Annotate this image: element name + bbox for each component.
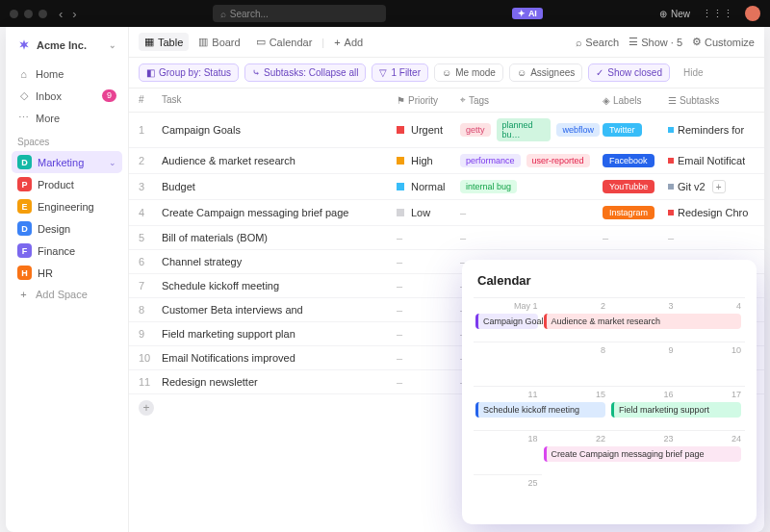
tag-pill[interactable]: planned bu…: [497, 118, 552, 141]
priority-cell[interactable]: –: [397, 256, 460, 267]
table-row[interactable]: 5 Bill of materials (BOM) – – – –: [129, 226, 764, 250]
nav-inbox[interactable]: ◇Inbox9: [12, 85, 122, 107]
task-name[interactable]: Campaign Goals: [162, 124, 397, 136]
nav-home[interactable]: ⌂Home: [12, 63, 122, 85]
priority-cell[interactable]: –: [397, 304, 460, 316]
view-tab-calendar[interactable]: ▭Calendar: [250, 33, 319, 51]
task-name[interactable]: Redesign newsletter: [162, 376, 397, 388]
filter-chip[interactable]: ▽1 Filter: [372, 63, 428, 82]
calendar-event[interactable]: Campaign Goals: [475, 314, 538, 329]
task-name[interactable]: Budget: [162, 181, 397, 192]
priority-cell[interactable]: –: [397, 328, 460, 340]
calendar-day[interactable]: 4: [678, 297, 746, 342]
calendar-day[interactable]: 8: [542, 342, 610, 386]
global-search[interactable]: ⌕ Search...: [213, 5, 386, 22]
space-item-marketing[interactable]: DMarketing⌄: [12, 151, 122, 173]
label-pill[interactable]: Facebook: [603, 154, 654, 167]
subtask-link[interactable]: Email Notificat: [668, 155, 745, 166]
subtask-link[interactable]: Reminders for: [668, 124, 744, 136]
col-number[interactable]: #: [139, 94, 162, 106]
nav-arrows[interactable]: ‹›: [59, 7, 77, 21]
ai-badge[interactable]: ✦AI: [512, 8, 543, 19]
task-name[interactable]: Schedule kickoff meeting: [162, 280, 397, 291]
calendar-day[interactable]: 25: [474, 474, 542, 519]
subtasks-chip[interactable]: ⤷Subtasks: Collapse all: [244, 63, 366, 82]
customize-button[interactable]: ⚙Customize: [692, 36, 755, 48]
me-mode-chip[interactable]: ☺Me mode: [434, 63, 503, 82]
task-name[interactable]: Field marketing support plan: [162, 328, 397, 340]
settings-icon: ⚙: [692, 36, 702, 48]
view-tab-table[interactable]: ▦Table: [139, 33, 189, 51]
assignees-chip[interactable]: ☺Assignees: [509, 63, 582, 82]
new-button[interactable]: ⊕New: [659, 9, 690, 19]
add-space-button[interactable]: +Add Space: [12, 284, 122, 305]
tag-pill[interactable]: webflow: [556, 123, 600, 137]
calendar-day[interactable]: 17: [678, 386, 746, 430]
calendar-day[interactable]: 3: [609, 297, 678, 342]
calendar-day[interactable]: 16: [609, 386, 678, 430]
space-item-engineering[interactable]: EEngineering: [12, 195, 122, 217]
add-subtask-button[interactable]: +: [712, 180, 726, 193]
space-item-product[interactable]: PProduct: [12, 173, 122, 195]
col-priority[interactable]: ⚑Priority: [397, 94, 460, 106]
priority-cell[interactable]: –: [397, 280, 460, 291]
calendar-day[interactable]: 22: [542, 430, 610, 474]
priority-cell[interactable]: –: [397, 232, 460, 243]
task-name[interactable]: Customer Beta interviews and: [162, 304, 397, 316]
task-name[interactable]: Email Notifications improved: [162, 352, 397, 364]
priority-cell[interactable]: Low: [397, 207, 460, 218]
task-name[interactable]: Audience & market research: [162, 155, 397, 166]
subtask-link[interactable]: Git v2+: [668, 180, 726, 193]
priority-cell[interactable]: –: [397, 352, 460, 364]
tag-pill[interactable]: performance: [460, 154, 521, 167]
table-row[interactable]: 3 Budget Normal internal bug YouTubbe Gi…: [129, 174, 764, 200]
workspace-switcher[interactable]: Acme Inc. ⌄: [12, 35, 122, 56]
calendar-day[interactable]: 9: [609, 342, 678, 386]
nav-more[interactable]: ⋯More: [12, 107, 122, 129]
show-button[interactable]: ☰Show · 5: [629, 36, 682, 48]
calendar-day[interactable]: [474, 342, 542, 386]
priority-cell[interactable]: –: [397, 376, 460, 388]
show-closed-chip[interactable]: ✓Show closed: [588, 63, 670, 82]
tag-pill[interactable]: getty: [460, 123, 491, 137]
task-name[interactable]: Channel strategy: [162, 256, 397, 267]
label-pill[interactable]: YouTubbe: [603, 180, 654, 193]
task-name[interactable]: Bill of materials (BOM): [162, 232, 397, 243]
space-item-hr[interactable]: HHR: [12, 262, 122, 284]
apps-icon[interactable]: ⋮⋮⋮: [702, 8, 733, 20]
window-controls[interactable]: [10, 10, 47, 18]
view-tab-board[interactable]: ▥Board: [192, 33, 245, 51]
space-item-finance[interactable]: FFinance: [12, 240, 122, 262]
col-subtasks[interactable]: ☰Subtasks: [668, 94, 755, 106]
tag-pill[interactable]: internal bug: [460, 180, 517, 193]
hide-button[interactable]: Hide: [683, 67, 704, 78]
calendar-day[interactable]: 2: [542, 297, 610, 342]
calendar-day[interactable]: May 1Campaign GoalsAudience & market res…: [474, 297, 542, 342]
calendar-day[interactable]: 23: [609, 430, 678, 474]
col-tags[interactable]: ⌖Tags: [460, 94, 603, 106]
label-pill[interactable]: Instagram: [603, 206, 654, 219]
people-icon: ☺: [517, 67, 526, 78]
task-name[interactable]: Create Campaign messaging brief page: [162, 207, 397, 218]
subtask-link[interactable]: Redesign Chro: [668, 207, 748, 218]
calendar-day[interactable]: 15: [542, 386, 610, 430]
search-button[interactable]: ⌕Search: [576, 37, 619, 48]
col-task[interactable]: Task: [162, 94, 397, 106]
table-row[interactable]: 1 Campaign Goals Urgent gettyplanned bu……: [129, 113, 764, 148]
calendar-day[interactable]: 18Create Campaign messaging brief page: [474, 430, 542, 474]
priority-cell[interactable]: High: [397, 155, 460, 166]
col-labels[interactable]: ◈Labels: [603, 94, 668, 106]
space-item-design[interactable]: DDesign: [12, 217, 122, 240]
priority-cell[interactable]: Urgent: [397, 124, 460, 136]
add-view-button[interactable]: +Add: [328, 34, 369, 51]
table-row[interactable]: 2 Audience & market research High perfor…: [129, 148, 764, 174]
priority-cell[interactable]: Normal: [397, 181, 460, 192]
table-row[interactable]: 4 Create Campaign messaging brief page L…: [129, 200, 764, 226]
calendar-day[interactable]: 24: [678, 430, 746, 474]
tag-pill[interactable]: user-reported: [526, 154, 590, 167]
user-avatar[interactable]: [745, 6, 760, 21]
group-by-chip[interactable]: ◧Group by: Status: [139, 63, 239, 82]
calendar-day[interactable]: 10: [678, 342, 746, 386]
calendar-day[interactable]: 11Schedule kickoff meetingField marketin…: [474, 386, 542, 430]
label-pill[interactable]: Twitter: [603, 123, 642, 137]
